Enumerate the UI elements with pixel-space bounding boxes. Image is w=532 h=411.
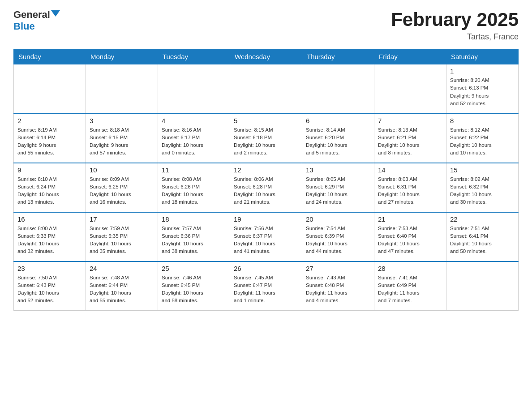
calendar-header-row: SundayMondayTuesdayWednesdayThursdayFrid…	[14, 49, 519, 64]
day-info: Sunrise: 8:05 AM Sunset: 6:29 PM Dayligh…	[306, 176, 370, 206]
calendar-week-row: 2Sunrise: 8:19 AM Sunset: 6:14 PM Daylig…	[14, 114, 519, 163]
day-info: Sunrise: 8:15 AM Sunset: 6:18 PM Dayligh…	[234, 126, 298, 157]
day-number: 27	[306, 265, 370, 272]
day-number: 8	[450, 117, 515, 124]
day-number: 12	[234, 166, 298, 174]
day-of-week-header: Monday	[86, 49, 158, 64]
logo-triangle-icon	[51, 10, 60, 17]
day-info: Sunrise: 8:00 AM Sunset: 6:33 PM Dayligh…	[17, 225, 82, 256]
calendar-day-cell: 22Sunrise: 7:51 AM Sunset: 6:41 PM Dayli…	[446, 212, 519, 261]
day-info: Sunrise: 7:54 AM Sunset: 6:39 PM Dayligh…	[306, 225, 370, 256]
day-info: Sunrise: 7:51 AM Sunset: 6:41 PM Dayligh…	[450, 225, 515, 256]
day-of-week-header: Friday	[374, 49, 446, 64]
calendar-week-row: 9Sunrise: 8:10 AM Sunset: 6:24 PM Daylig…	[14, 163, 519, 212]
day-info: Sunrise: 8:14 AM Sunset: 6:20 PM Dayligh…	[306, 126, 370, 157]
day-info: Sunrise: 8:19 AM Sunset: 6:14 PM Dayligh…	[17, 126, 82, 157]
day-of-week-header: Thursday	[302, 49, 374, 64]
day-info: Sunrise: 8:16 AM Sunset: 6:17 PM Dayligh…	[162, 126, 226, 157]
day-number: 18	[162, 215, 226, 223]
calendar-day-cell: 28Sunrise: 7:41 AM Sunset: 6:49 PM Dayli…	[374, 261, 446, 311]
day-info: Sunrise: 8:13 AM Sunset: 6:21 PM Dayligh…	[378, 126, 442, 157]
day-info: Sunrise: 7:45 AM Sunset: 6:47 PM Dayligh…	[234, 274, 298, 305]
calendar-day-cell	[374, 64, 446, 114]
day-number: 3	[90, 117, 154, 124]
day-info: Sunrise: 8:12 AM Sunset: 6:22 PM Dayligh…	[450, 126, 515, 157]
day-number: 5	[234, 117, 298, 124]
day-info: Sunrise: 7:43 AM Sunset: 6:48 PM Dayligh…	[306, 274, 370, 305]
day-number: 13	[306, 166, 370, 174]
day-number: 17	[90, 215, 154, 223]
calendar-week-row: 1Sunrise: 8:20 AM Sunset: 6:13 PM Daylig…	[14, 64, 519, 114]
calendar-day-cell: 21Sunrise: 7:53 AM Sunset: 6:40 PM Dayli…	[374, 212, 446, 261]
location-text: Tartas, France	[391, 32, 519, 42]
calendar-day-cell	[230, 64, 302, 114]
day-number: 16	[17, 215, 82, 223]
calendar-day-cell: 19Sunrise: 7:56 AM Sunset: 6:37 PM Dayli…	[230, 212, 302, 261]
day-of-week-header: Saturday	[446, 49, 519, 64]
day-number: 14	[378, 166, 442, 174]
calendar-week-row: 23Sunrise: 7:50 AM Sunset: 6:43 PM Dayli…	[14, 261, 519, 311]
day-number: 23	[17, 265, 82, 272]
day-info: Sunrise: 7:56 AM Sunset: 6:37 PM Dayligh…	[234, 225, 298, 256]
day-info: Sunrise: 8:10 AM Sunset: 6:24 PM Dayligh…	[17, 176, 82, 206]
day-number: 22	[450, 215, 515, 223]
day-of-week-header: Tuesday	[158, 49, 230, 64]
day-info: Sunrise: 7:50 AM Sunset: 6:43 PM Dayligh…	[17, 274, 82, 305]
day-number: 19	[234, 215, 298, 223]
calendar-day-cell	[302, 64, 374, 114]
day-number: 21	[378, 215, 442, 223]
day-info: Sunrise: 7:48 AM Sunset: 6:44 PM Dayligh…	[90, 274, 154, 305]
day-info: Sunrise: 8:08 AM Sunset: 6:26 PM Dayligh…	[162, 176, 226, 206]
calendar-day-cell: 11Sunrise: 8:08 AM Sunset: 6:26 PM Dayli…	[158, 163, 230, 212]
calendar-day-cell: 5Sunrise: 8:15 AM Sunset: 6:18 PM Daylig…	[230, 114, 302, 163]
calendar-day-cell: 8Sunrise: 8:12 AM Sunset: 6:22 PM Daylig…	[446, 114, 519, 163]
day-number: 28	[378, 265, 442, 272]
calendar-day-cell: 3Sunrise: 8:18 AM Sunset: 6:15 PM Daylig…	[86, 114, 158, 163]
calendar-day-cell: 16Sunrise: 8:00 AM Sunset: 6:33 PM Dayli…	[14, 212, 86, 261]
day-number: 24	[90, 265, 154, 272]
calendar-day-cell	[86, 64, 158, 114]
logo-general-text: General	[13, 9, 50, 21]
day-number: 7	[378, 117, 442, 124]
page-header: General Blue February 2025 Tartas, Franc…	[13, 9, 519, 42]
day-number: 6	[306, 117, 370, 124]
calendar-day-cell: 18Sunrise: 7:57 AM Sunset: 6:36 PM Dayli…	[158, 212, 230, 261]
calendar-day-cell: 20Sunrise: 7:54 AM Sunset: 6:39 PM Dayli…	[302, 212, 374, 261]
calendar-week-row: 16Sunrise: 8:00 AM Sunset: 6:33 PM Dayli…	[14, 212, 519, 261]
calendar-day-cell: 10Sunrise: 8:09 AM Sunset: 6:25 PM Dayli…	[86, 163, 158, 212]
calendar-day-cell	[158, 64, 230, 114]
day-number: 2	[17, 117, 82, 124]
calendar-day-cell: 24Sunrise: 7:48 AM Sunset: 6:44 PM Dayli…	[86, 261, 158, 311]
title-section: February 2025 Tartas, France	[391, 9, 519, 42]
day-info: Sunrise: 8:20 AM Sunset: 6:13 PM Dayligh…	[450, 77, 515, 107]
day-info: Sunrise: 8:18 AM Sunset: 6:15 PM Dayligh…	[90, 126, 154, 157]
calendar-day-cell: 15Sunrise: 8:02 AM Sunset: 6:32 PM Dayli…	[446, 163, 519, 212]
day-info: Sunrise: 7:57 AM Sunset: 6:36 PM Dayligh…	[162, 225, 226, 256]
logo-blue-text: Blue	[13, 21, 35, 32]
day-number: 20	[306, 215, 370, 223]
logo: General Blue	[13, 9, 60, 32]
day-info: Sunrise: 7:46 AM Sunset: 6:45 PM Dayligh…	[162, 274, 226, 305]
day-info: Sunrise: 8:02 AM Sunset: 6:32 PM Dayligh…	[450, 176, 515, 206]
month-title: February 2025	[391, 9, 519, 30]
day-info: Sunrise: 7:41 AM Sunset: 6:49 PM Dayligh…	[378, 274, 442, 305]
calendar-day-cell: 12Sunrise: 8:06 AM Sunset: 6:28 PM Dayli…	[230, 163, 302, 212]
calendar-day-cell: 9Sunrise: 8:10 AM Sunset: 6:24 PM Daylig…	[14, 163, 86, 212]
day-number: 9	[17, 166, 82, 174]
calendar-day-cell: 17Sunrise: 7:59 AM Sunset: 6:35 PM Dayli…	[86, 212, 158, 261]
day-number: 11	[162, 166, 226, 174]
calendar-day-cell: 26Sunrise: 7:45 AM Sunset: 6:47 PM Dayli…	[230, 261, 302, 311]
day-number: 4	[162, 117, 226, 124]
day-info: Sunrise: 8:06 AM Sunset: 6:28 PM Dayligh…	[234, 176, 298, 206]
calendar-day-cell: 23Sunrise: 7:50 AM Sunset: 6:43 PM Dayli…	[14, 261, 86, 311]
calendar-day-cell: 2Sunrise: 8:19 AM Sunset: 6:14 PM Daylig…	[14, 114, 86, 163]
calendar-day-cell: 13Sunrise: 8:05 AM Sunset: 6:29 PM Dayli…	[302, 163, 374, 212]
calendar-day-cell: 14Sunrise: 8:03 AM Sunset: 6:31 PM Dayli…	[374, 163, 446, 212]
calendar-day-cell	[14, 64, 86, 114]
calendar-day-cell	[446, 261, 519, 311]
day-info: Sunrise: 8:09 AM Sunset: 6:25 PM Dayligh…	[90, 176, 154, 206]
day-info: Sunrise: 7:59 AM Sunset: 6:35 PM Dayligh…	[90, 225, 154, 256]
calendar-day-cell: 7Sunrise: 8:13 AM Sunset: 6:21 PM Daylig…	[374, 114, 446, 163]
calendar-table: SundayMondayTuesdayWednesdayThursdayFrid…	[13, 49, 519, 311]
calendar-day-cell: 1Sunrise: 8:20 AM Sunset: 6:13 PM Daylig…	[446, 64, 519, 114]
